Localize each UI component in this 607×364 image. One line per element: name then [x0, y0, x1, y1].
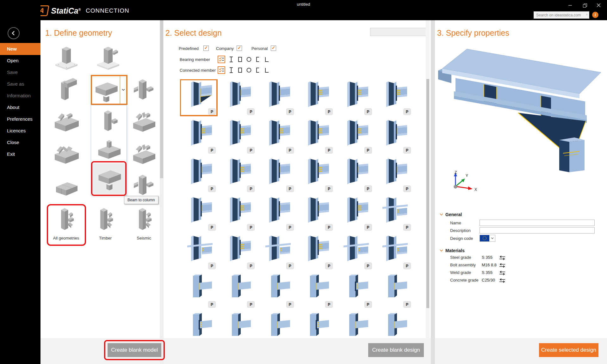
scrollbar-thumb-designs[interactable] [426, 79, 429, 308]
geometry-selected-beam-to-column[interactable] [91, 75, 127, 105]
design-thumbnail-r4c2[interactable]: P [219, 195, 256, 232]
sidebar-item-exit[interactable]: Exit [0, 149, 40, 159]
minimize-button[interactable] [566, 2, 575, 9]
geometry-thumb-timber[interactable] [92, 206, 119, 233]
design-thumbnail-r5c3[interactable]: P [258, 234, 295, 270]
geometry-thumb-gusset[interactable] [129, 107, 158, 136]
back-button[interactable] [8, 27, 20, 39]
design-thumbnail-r5c6[interactable]: P [375, 234, 412, 270]
design-thumbnail-r6c2[interactable]: P [219, 272, 256, 309]
sidebar-item-open[interactable]: Open [0, 56, 40, 65]
geometry-thumb-knee[interactable] [52, 76, 81, 104]
design-thumbnail-r2c5[interactable]: P [336, 118, 374, 155]
connected-channel-section-icon[interactable] [254, 66, 262, 74]
design-thumbnail-r4c6[interactable]: P [375, 195, 412, 232]
design-thumbnail-r7c6[interactable]: P [375, 311, 412, 338]
create-blank-design-button[interactable]: Create blank design [368, 343, 424, 357]
filter-checkbox-predefined[interactable] [203, 46, 209, 51]
design-thumbnail-r2c4[interactable]: P [297, 118, 334, 155]
design-thumbnail-r1c5[interactable]: P [336, 79, 374, 116]
geometry-dropdown-item-beam-stub[interactable] [95, 136, 122, 163]
design-thumbnail-r2c6[interactable]: P [375, 118, 412, 155]
geometry-thumb-tube-cross[interactable] [129, 171, 158, 199]
design-search-input[interactable] [370, 30, 430, 34]
filter-checkbox-company[interactable] [237, 46, 242, 51]
design-thumbnail-r5c1[interactable]: P [180, 234, 217, 270]
design-thumbnail-r4c1[interactable]: P [180, 195, 217, 232]
bearing-checklist-filter-icon[interactable] [218, 56, 225, 63]
connected-rhs-section-icon[interactable] [236, 66, 244, 74]
description-field[interactable] [480, 227, 595, 234]
general-section-header[interactable]: General [440, 212, 462, 217]
design-thumbnail-r1c4[interactable]: P [297, 79, 334, 116]
geometry-thumb-splice[interactable] [52, 171, 81, 199]
name-field[interactable] [480, 220, 595, 226]
design-thumbnail-r5c2[interactable]: P [219, 234, 256, 270]
sidebar-item-preferences[interactable]: Preferences [0, 114, 40, 124]
site-search-input[interactable] [534, 13, 586, 17]
close-button[interactable] [594, 2, 604, 9]
design-thumbnail-r7c5[interactable]: P [336, 311, 374, 338]
design-thumbnail-r4c5[interactable]: P [336, 195, 374, 232]
geometry-dropdown-toggle[interactable] [120, 76, 126, 104]
swap-weld-grade-icon[interactable] [499, 270, 506, 276]
design-thumbnail-r6c4[interactable]: P [297, 272, 334, 309]
design-thumbnail-r3c4[interactable]: P [297, 156, 334, 193]
materials-section-header[interactable]: Materials [440, 248, 465, 253]
geometry-thumb-beam-braces[interactable] [52, 107, 81, 136]
info-icon[interactable]: i [592, 12, 598, 18]
scrollbar-thumb-geometry[interactable] [160, 20, 163, 178]
bearing-channel-section-icon[interactable] [254, 56, 262, 63]
swap-concrete-grade-icon[interactable] [499, 278, 506, 283]
design-thumbnail-r1c3[interactable]: P [258, 79, 295, 116]
design-thumbnail-r2c3[interactable]: P [258, 118, 295, 155]
filter-checkbox-personal[interactable] [271, 46, 276, 51]
sidebar-item-close[interactable]: Close [0, 138, 40, 147]
swap-steel-grade-icon[interactable] [499, 255, 506, 260]
geometry-dropdown-item-column-beam[interactable] [95, 108, 122, 135]
connected-checklist-filter-icon[interactable] [218, 66, 225, 74]
connected-chs-section-icon[interactable] [245, 66, 253, 74]
bearing-chs-section-icon[interactable] [245, 56, 253, 63]
geometry-thumb-beam-diagonals[interactable] [52, 139, 81, 168]
design-thumbnail-r5c5[interactable]: P [336, 234, 374, 270]
design-thumbnail-r6c5[interactable]: P [336, 272, 374, 309]
design-thumbnail-r1c2[interactable]: P [219, 79, 256, 116]
design-thumbnail-r6c3[interactable]: P [258, 272, 295, 309]
create-blank-model-button[interactable]: Create blank model [108, 343, 161, 357]
design-thumbnail-r7c3[interactable]: P [258, 311, 295, 338]
connected-angle-section-icon[interactable] [263, 66, 270, 74]
geometry-thumb-gusset-2[interactable] [129, 139, 158, 168]
design-thumbnail-r3c3[interactable]: P [258, 156, 295, 193]
design-thumbnail-r7c2[interactable]: P [219, 311, 256, 338]
search-icon[interactable] [586, 13, 587, 17]
sidebar-item-save-as[interactable]: Save as [0, 79, 40, 89]
design-thumbnail-r5c4[interactable]: P [297, 234, 334, 270]
sidebar-item-licences[interactable]: Licences [0, 126, 40, 136]
connection-preview-3d[interactable] [437, 39, 604, 172]
bearing-i-section-icon[interactable] [227, 56, 235, 63]
connected-i-section-icon[interactable] [227, 66, 235, 74]
design-thumbnail-r3c5[interactable]: P [336, 156, 374, 193]
design-code-select[interactable] [480, 235, 495, 242]
design-thumbnail-r2c1[interactable]: P [180, 118, 217, 155]
sidebar-item-information[interactable]: Information [0, 91, 40, 100]
design-thumbnail-r6c6[interactable]: P [375, 272, 412, 309]
design-thumbnail-r4c4[interactable]: P [297, 195, 334, 232]
sidebar-item-new[interactable]: New [0, 43, 40, 55]
design-thumbnail-r6c1[interactable]: P [180, 272, 217, 309]
geometry-thumb-cross[interactable] [129, 76, 158, 104]
geometry-dropdown-item-beam-to-column[interactable] [96, 164, 123, 191]
sidebar-item-about[interactable]: About [0, 103, 40, 112]
restore-button[interactable] [580, 2, 590, 9]
bearing-angle-section-icon[interactable] [263, 56, 270, 63]
design-thumbnail-r7c4[interactable]: P [297, 311, 334, 338]
design-thumbnail-r3c1[interactable]: P [180, 156, 217, 193]
design-thumbnail-r4c3[interactable]: P [258, 195, 295, 232]
geometry-thumb-base-plate-brace[interactable] [94, 44, 122, 73]
geometry-thumb-all-geometries[interactable] [53, 206, 79, 233]
design-thumbnail-r3c6[interactable]: P [375, 156, 412, 193]
design-thumbnail-r1c6[interactable]: P [375, 79, 412, 116]
bearing-rhs-section-icon[interactable] [236, 56, 244, 63]
design-thumbnail-r3c2[interactable]: P [219, 156, 256, 193]
